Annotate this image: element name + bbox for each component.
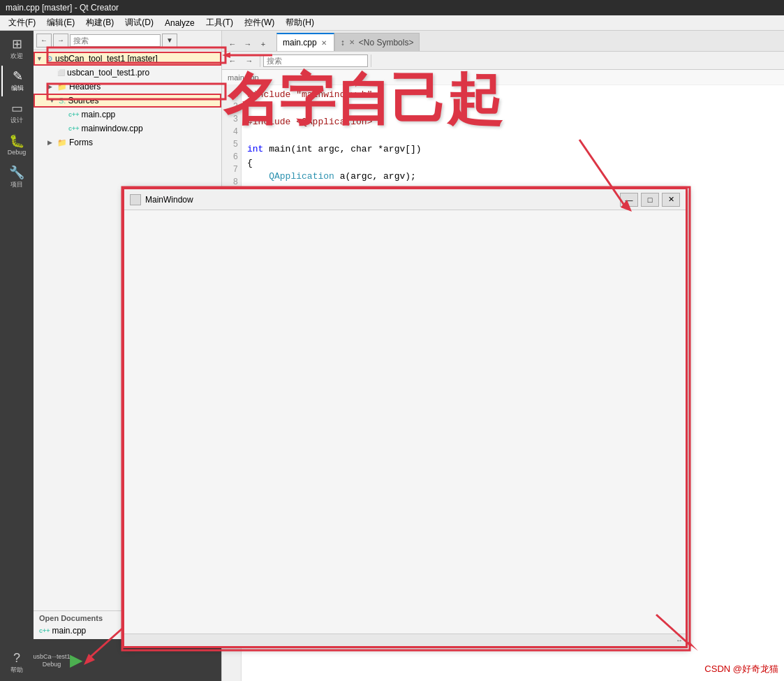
preview-minimize-btn[interactable]: —	[620, 193, 638, 207]
activity-debug[interactable]: 🐛 Debug	[1, 130, 32, 161]
line-num-6: 6	[226, 151, 238, 163]
code-line-1: #include "mainwindow.h"	[247, 88, 778, 102]
menu-controls[interactable]: 控件(W)	[239, 15, 280, 30]
preview-statusbar: ↔	[124, 634, 686, 646]
preview-controls: — □ ✕	[620, 193, 680, 207]
run-button[interactable]: ▶	[68, 649, 84, 671]
menu-analyze[interactable]: Analyze	[159, 17, 200, 29]
activity-edit[interactable]: ✎ 编辑	[1, 66, 32, 96]
title-bar: main.cpp [master] - Qt Creator	[0, 0, 784, 15]
sidebar-filter-btn[interactable]: ▼	[162, 34, 177, 47]
line-num-4: 4	[226, 126, 238, 138]
toolbar-separator	[260, 54, 260, 67]
menu-bar: 文件(F) 编辑(E) 构建(B) 调试(D) Analyze 工具(T) 控件…	[0, 15, 784, 31]
welcome-label: 欢迎	[10, 52, 23, 61]
menu-edit[interactable]: 编辑(E)	[41, 15, 80, 30]
project-icon: ⚙	[46, 54, 53, 64]
tab-back-btn[interactable]: ←	[225, 37, 240, 51]
line-num-2: 2	[226, 101, 238, 113]
tab-main-cpp[interactable]: main.cpp ✕	[276, 33, 334, 51]
welcome-icon: ⊞	[12, 38, 22, 50]
tab-forward-btn[interactable]: →	[240, 37, 256, 51]
device-label: usbCa···test1	[34, 653, 71, 660]
forms-folder-icon: 📁	[57, 138, 67, 147]
sidebar-back-btn[interactable]: ←	[36, 34, 52, 47]
sources-icon: S.	[59, 96, 66, 105]
menu-tools[interactable]: 工具(T)	[200, 15, 239, 30]
code-line-5: int main(int argc, char *argv[])	[247, 142, 778, 156]
menu-file[interactable]: 文件(F)	[3, 15, 41, 30]
project-arrow: ▼	[36, 55, 46, 62]
activity-help[interactable]: ? 帮助	[1, 647, 32, 678]
activity-design[interactable]: ▭ 设计	[1, 98, 32, 129]
editor-back-btn[interactable]: ←	[225, 54, 240, 68]
breadcrumb-bar: main.cpp	[222, 70, 784, 85]
pro-file-label: usbcan_tool_test1.pro	[67, 68, 149, 78]
tree-forms-folder[interactable]: ▶ 📁 Forms	[34, 136, 221, 149]
main-cpp-icon: c++	[68, 111, 80, 118]
edit-label: 编辑	[11, 84, 24, 93]
tab-symbols[interactable]: ↕ ✕ <No Symbols>	[334, 33, 420, 51]
design-icon: ▭	[11, 102, 23, 115]
preview-close-btn[interactable]: ✕	[662, 193, 680, 207]
tab-symbols-close[interactable]: ✕	[348, 38, 356, 47]
editor-forward-btn[interactable]: →	[242, 54, 257, 68]
menu-debug[interactable]: 调试(D)	[119, 15, 159, 30]
preview-title-text: MainWindow	[145, 195, 193, 205]
mainwindow-cpp-icon: c++	[68, 125, 80, 132]
editor-search-input[interactable]	[263, 54, 368, 67]
sidebar-forward-btn[interactable]: →	[53, 34, 68, 47]
tree-project-root[interactable]: ▼ ⚙ usbCan_tool_test1 [master]	[34, 52, 221, 66]
code-line-6: {	[247, 156, 778, 170]
line-num-7: 7	[226, 163, 238, 176]
help-label: 帮助	[10, 666, 23, 675]
open-doc-icon: c++	[39, 627, 50, 634]
tree-headers-folder[interactable]: ▶ 📁 Headers	[34, 80, 221, 94]
menu-build[interactable]: 构建(B)	[80, 15, 119, 30]
headers-folder-label: Headers	[69, 82, 101, 91]
mainwindow-cpp-label: mainwindow.cpp	[82, 124, 143, 133]
project-icon: 🔧	[9, 166, 24, 179]
preview-statusbar-text: ↔	[676, 636, 683, 644]
edit-icon: ✎	[13, 70, 23, 82]
tab-bar: ← → + main.cpp ✕ ↕ ✕ <No Symbols>	[222, 31, 784, 52]
tab-main-cpp-close[interactable]: ✕	[320, 38, 328, 47]
tab-symbols-label: ↕	[341, 38, 345, 47]
code-line-7: QApplication a(argc, argv);	[247, 170, 778, 184]
headers-arrow: ▶	[47, 83, 57, 90]
tree-sources-folder[interactable]: ▼ S. Sources	[34, 94, 221, 108]
help-icon: ?	[13, 652, 20, 664]
sidebar-search-input[interactable]	[70, 34, 161, 47]
activity-bar: ⊞ 欢迎 ✎ 编辑 ▭ 设计 🐛 Debug 🔧 项目 ? 帮助	[0, 31, 34, 681]
line-num-1: 1	[226, 88, 238, 101]
activity-project[interactable]: 🔧 项目	[1, 162, 32, 193]
debug-activity-label: Debug	[8, 149, 27, 156]
toolbar-separator2	[371, 54, 371, 67]
sources-folder-label: Sources	[68, 96, 98, 105]
debug-icon: 🐛	[9, 135, 24, 147]
preview-titlebar: MainWindow — □ ✕	[124, 189, 686, 210]
tree-mainwindow-cpp[interactable]: c++ mainwindow.cpp	[34, 122, 221, 136]
preview-body	[124, 210, 686, 646]
code-line-2	[247, 102, 778, 116]
line-num-3: 3	[226, 113, 238, 126]
menu-help[interactable]: 帮助(H)	[280, 15, 320, 30]
tree-main-cpp[interactable]: c++ main.cpp	[34, 108, 221, 122]
add-tab-btn[interactable]: +	[256, 37, 271, 51]
open-doc-label: main.cpp	[52, 626, 87, 636]
sources-arrow: ▼	[49, 97, 59, 104]
breadcrumb-path: main.cpp	[228, 73, 259, 82]
project-label: 项目	[10, 180, 23, 189]
code-line-4	[247, 129, 778, 143]
project-label-text: usbCan_tool_test1 [master]	[55, 54, 158, 64]
tab-main-cpp-label: main.cpp	[283, 38, 317, 47]
headers-folder-icon: 📁	[57, 82, 67, 91]
activity-welcome[interactable]: ⊞ 欢迎	[1, 34, 32, 64]
preview-maximize-btn[interactable]: □	[641, 193, 659, 207]
pro-icon: ⬜	[57, 69, 65, 76]
title-text: main.cpp [master] - Qt Creator	[6, 3, 119, 13]
design-label: 设计	[10, 116, 23, 125]
code-line-3: #include <QApplication>	[247, 115, 778, 129]
tree-pro-file[interactable]: ⬜ usbcan_tool_test1.pro	[34, 66, 221, 80]
editor-toolbar: ← →	[222, 52, 784, 70]
